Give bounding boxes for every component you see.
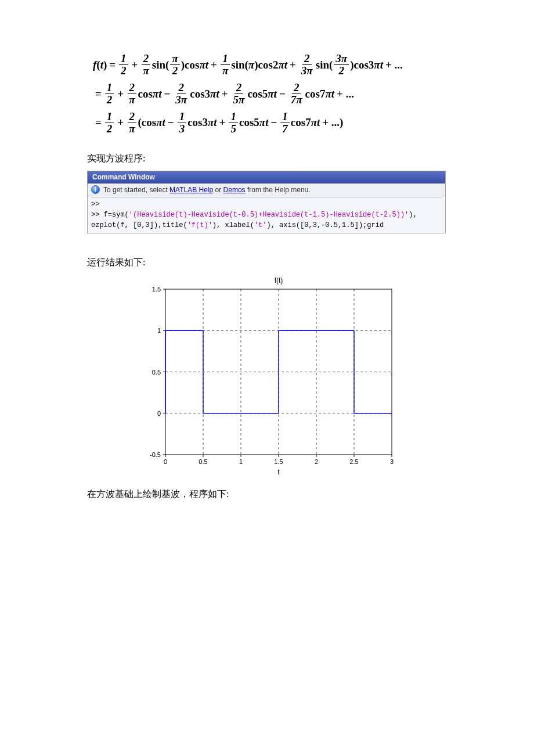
plot-svg: f(t)00.511.522.53-0.500.511.5t	[134, 275, 400, 478]
command-window-title: Command Window	[88, 171, 445, 183]
svg-text:1.5: 1.5	[274, 458, 283, 465]
formula-line-1: f(t) = 12 + 2π sin(π2) cosπt + 1π sin(π)…	[93, 52, 447, 78]
svg-text:1: 1	[157, 327, 161, 334]
command-window-hint: i To get started, select MATLAB Help or …	[88, 183, 445, 196]
square-wave-plot: f(t)00.511.522.53-0.500.511.5t	[134, 275, 400, 478]
matlab-help-link[interactable]: MATLAB Help	[169, 186, 213, 194]
code-line-2: >> f=sym('(Heaviside(t)-Heaviside(t-0.5)…	[91, 210, 442, 220]
command-window-body[interactable]: >> >> f=sym('(Heaviside(t)-Heaviside(t-0…	[88, 196, 445, 233]
caption-next: 在方波基础上绘制基波，程序如下:	[87, 488, 447, 501]
command-window: Command Window i To get started, select …	[87, 171, 446, 233]
svg-text:1: 1	[239, 458, 243, 465]
caption-result: 运行结果如下:	[87, 257, 447, 269]
code-line-3: ezplot(f, [0,3]),title('f(t)'), xlabel('…	[91, 220, 442, 231]
svg-text:1.5: 1.5	[152, 286, 161, 293]
svg-text:0.5: 0.5	[199, 458, 207, 465]
svg-text:-0.5: -0.5	[150, 451, 161, 458]
hint-text-mid: or	[213, 186, 223, 194]
svg-text:3: 3	[390, 458, 394, 465]
formula-line-2: = 12 + 2π cosπt − 23π cos3πt + 25π cos5π…	[93, 81, 447, 107]
caption-program: 实现方波程序:	[87, 153, 447, 165]
svg-text:2.5: 2.5	[349, 458, 358, 465]
svg-text:t: t	[277, 468, 280, 476]
info-icon: i	[91, 185, 100, 194]
svg-text:0.5: 0.5	[152, 369, 161, 376]
svg-text:f(t): f(t)	[275, 276, 283, 285]
svg-text:0: 0	[157, 410, 161, 417]
fourier-formula: f(t) = 12 + 2π sin(π2) cosπt + 1π sin(π)…	[93, 52, 447, 135]
svg-text:2: 2	[315, 458, 318, 465]
hint-text-pre: To get started, select	[103, 186, 169, 194]
svg-text:0: 0	[164, 458, 167, 465]
hint-text-post: from the Help menu.	[246, 186, 311, 194]
demos-link[interactable]: Demos	[223, 186, 246, 194]
formula-line-3: = 12 + 2π (cosπt − 13 cos3πt + 15 cos5πt…	[93, 110, 447, 135]
prompt-line-1: >>	[91, 197, 442, 210]
